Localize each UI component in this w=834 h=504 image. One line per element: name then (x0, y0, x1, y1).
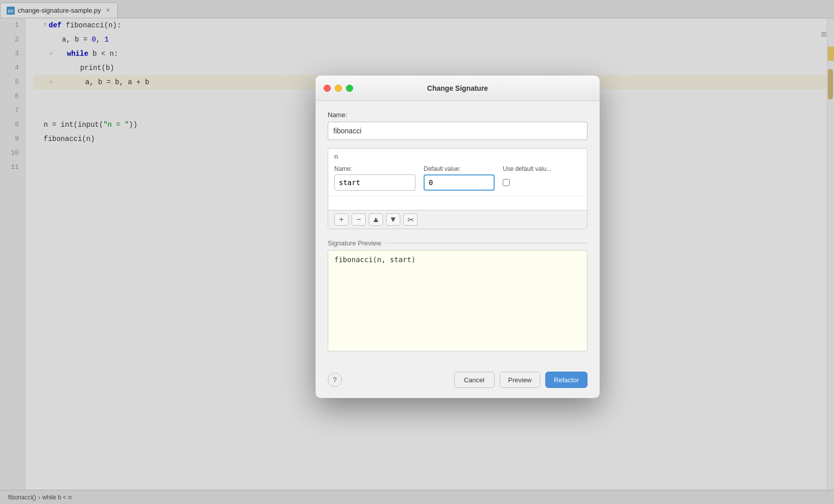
param-name-col: Name: (334, 165, 415, 191)
dialog-titlebar: Change Signature (316, 76, 600, 101)
param-default-input[interactable] (424, 174, 495, 191)
add-param-button[interactable]: + (334, 213, 349, 226)
params-empty-row (328, 196, 587, 210)
param-name-input[interactable] (334, 174, 415, 191)
preview-button[interactable]: Preview (500, 372, 540, 388)
help-icon: ? (333, 376, 337, 384)
dialog-body: Name: n Name: Default value: (316, 101, 600, 364)
param-name-col-label: Name: (334, 165, 415, 172)
edit-param-button[interactable]: ✂ (403, 213, 418, 226)
maximize-button[interactable] (346, 85, 353, 92)
param-default-col: Default value: (424, 165, 495, 191)
preview-label: Preview (508, 376, 532, 384)
sig-preview-text: fibonacci(n, start) (334, 256, 415, 264)
close-button[interactable] (324, 85, 331, 92)
traffic-lights (324, 85, 353, 92)
dialog-title: Change Signature (427, 84, 488, 92)
minimize-button[interactable] (335, 85, 342, 92)
remove-param-button[interactable]: − (352, 213, 366, 226)
param-section-header: n (328, 149, 587, 162)
name-label: Name: (328, 111, 587, 119)
name-input[interactable] (328, 122, 587, 140)
move-down-button[interactable]: ▼ (386, 213, 400, 226)
move-up-button[interactable]: ▲ (369, 213, 383, 226)
refactor-button[interactable]: Refactor (545, 372, 587, 388)
param-use-default-label: Use default valu... (503, 165, 564, 172)
param-use-default-col: Use default valu... (503, 165, 564, 191)
help-button[interactable]: ? (328, 373, 342, 387)
params-toolbar: + − ▲ ▼ ✂ (328, 210, 587, 229)
sig-preview-header: Signature Preview (328, 239, 587, 247)
modal-overlay: Change Signature Name: n Name: (0, 0, 834, 504)
sig-preview-label: Signature Preview (328, 239, 381, 247)
refactor-label: Refactor (554, 376, 579, 384)
param-default-col-label: Default value: (424, 165, 495, 172)
params-columns: Name: Default value: Use default valu... (328, 162, 587, 196)
use-default-checkbox[interactable] (503, 179, 510, 186)
editor-container: py change-signature-sample.py ✕ ≡ 1 2 3 … (0, 0, 834, 504)
checkbox-wrapper (503, 174, 564, 191)
change-signature-dialog: Change Signature Name: n Name: (316, 76, 600, 398)
params-section: n Name: Default value: (328, 148, 587, 229)
cancel-button[interactable]: Cancel (454, 372, 495, 388)
cancel-label: Cancel (464, 376, 484, 384)
dialog-footer: ? Cancel Preview Refactor (316, 364, 600, 398)
sig-preview-box: fibonacci(n, start) (328, 250, 587, 351)
sig-preview-section: Signature Preview fibonacci(n, start) (328, 239, 587, 351)
